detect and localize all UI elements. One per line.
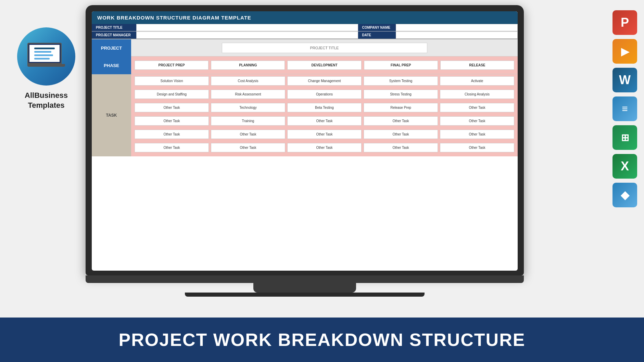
task-0-1: Cost Analysis [211, 76, 285, 86]
task-2-4: Other Task [440, 103, 514, 112]
docs-icon[interactable]: ≡ [613, 96, 637, 121]
logo-laptop-icon [27, 43, 65, 70]
task-row-0: Solution Vision Cost Analysis Change Man… [135, 76, 514, 86]
wbs-container: WORK BREAKDOWN STRUCTURE DIAGRAM TEMPLAT… [92, 11, 518, 271]
task-1-3: Stress Testing [364, 90, 438, 99]
phase-box-4: RELEASE [440, 61, 514, 70]
brand-name: AllBusiness Templates [25, 91, 68, 110]
project-label: PROJECT [92, 39, 131, 56]
task-2-2: Beta Testing [287, 103, 362, 112]
task-2-3: Release Prep [364, 103, 438, 112]
task-0-0: Solution Vision [135, 76, 209, 86]
bottom-banner: PROJECT WORK BREAKDOWN STRUCTURE [0, 318, 644, 362]
project-manager-input[interactable] [136, 31, 358, 39]
task-5-2: Other Task [287, 143, 362, 152]
slides-icon[interactable]: ▶ [613, 39, 637, 64]
phase-box-2: DEVELOPMENT [287, 61, 361, 70]
laptop-stand [253, 283, 356, 293]
task-4-1: Other Task [211, 130, 285, 139]
logo-area: AllBusiness Templates [10, 27, 82, 110]
task-row-3: Other Task Training Other Task Other Tas… [135, 116, 514, 126]
excel-icon[interactable]: X [613, 154, 637, 179]
task-4-2: Other Task [287, 130, 362, 139]
laptop-container: WORK BREAKDOWN STRUCTURE DIAGRAM TEMPLAT… [86, 5, 524, 296]
project-title-input[interactable] [136, 24, 358, 31]
phase-box-0: PROJECT PREP [135, 61, 209, 70]
task-section: Solution Vision Cost Analysis Change Man… [131, 74, 518, 156]
project-manager-label: PROJECT MANAGER [92, 31, 136, 39]
task-4-4: Other Task [440, 130, 514, 139]
task-row-4: Other Task Other Task Other Task Other T… [135, 130, 514, 139]
task-1-2: Operations [287, 90, 362, 99]
date-input[interactable] [396, 31, 518, 39]
task-0-2: Change Management [287, 76, 362, 86]
company-name-input[interactable] [396, 24, 518, 31]
task-row-2: Other Task Technology Beta Testing Relea… [135, 103, 514, 112]
laptop-bottom-bar [86, 275, 524, 283]
wbs-title: WORK BREAKDOWN STRUCTURE DIAGRAM TEMPLAT… [92, 11, 518, 24]
date-label: DATE [358, 31, 396, 39]
task-label: TASK [92, 74, 131, 156]
task-0-4: Activate [440, 76, 514, 86]
task-1-1: Risk Assessment [211, 90, 285, 99]
powerpoint-icon[interactable]: P [613, 10, 637, 35]
task-1-4: Closing Analysis [440, 90, 514, 99]
sheets-icon[interactable]: ⊞ [613, 125, 637, 150]
task-5-0: Other Task [135, 143, 209, 152]
project-title-label: PROJECT TITLE [92, 24, 136, 31]
task-3-4: Other Task [440, 116, 514, 126]
laptop-screen: WORK BREAKDOWN STRUCTURE DIAGRAM TEMPLAT… [92, 11, 518, 271]
task-1-0: Design and Staffing [135, 90, 209, 99]
phase-row: PROJECT PREP PLANNING DEVELOPMENT FINAL … [131, 56, 518, 74]
task-2-0: Other Task [135, 103, 209, 112]
task-0-3: System Testing [364, 76, 438, 86]
task-row-5: Other Task Other Task Other Task Other T… [135, 143, 514, 152]
task-3-1: Training [211, 116, 285, 126]
phase-label: PHASE [92, 56, 131, 74]
phase-box-3: FINAL PREP [364, 61, 438, 70]
task-row-1: Design and Staffing Risk Assessment Oper… [135, 90, 514, 99]
task-2-1: Technology [211, 103, 285, 112]
task-5-3: Other Task [364, 143, 438, 152]
dropbox-icon[interactable]: ◆ [613, 183, 637, 207]
bottom-banner-text: PROJECT WORK BREAKDOWN STRUCTURE [119, 329, 526, 350]
phase-box-1: PLANNING [211, 61, 285, 70]
task-4-0: Other Task [135, 130, 209, 139]
logo-circle [17, 27, 75, 86]
task-3-3: Other Task [364, 116, 438, 126]
task-3-0: Other Task [135, 116, 209, 126]
task-4-3: Other Task [364, 130, 438, 139]
right-icons-panel: P ▶ W ≡ ⊞ X ◆ [613, 10, 637, 207]
task-5-4: Other Task [440, 143, 514, 152]
laptop-outer: WORK BREAKDOWN STRUCTURE DIAGRAM TEMPLAT… [86, 5, 524, 275]
laptop-base-full [185, 293, 425, 297]
task-5-1: Other Task [211, 143, 285, 152]
wbs-right-section: PROJECT TITLE PROJECT PREP PLANNING DEVE… [131, 39, 518, 156]
company-name-label: COMPANY NAME [358, 24, 396, 31]
word-icon[interactable]: W [613, 68, 637, 92]
task-3-2: Other Task [287, 116, 362, 126]
project-title-box[interactable]: PROJECT TITLE [222, 43, 427, 53]
